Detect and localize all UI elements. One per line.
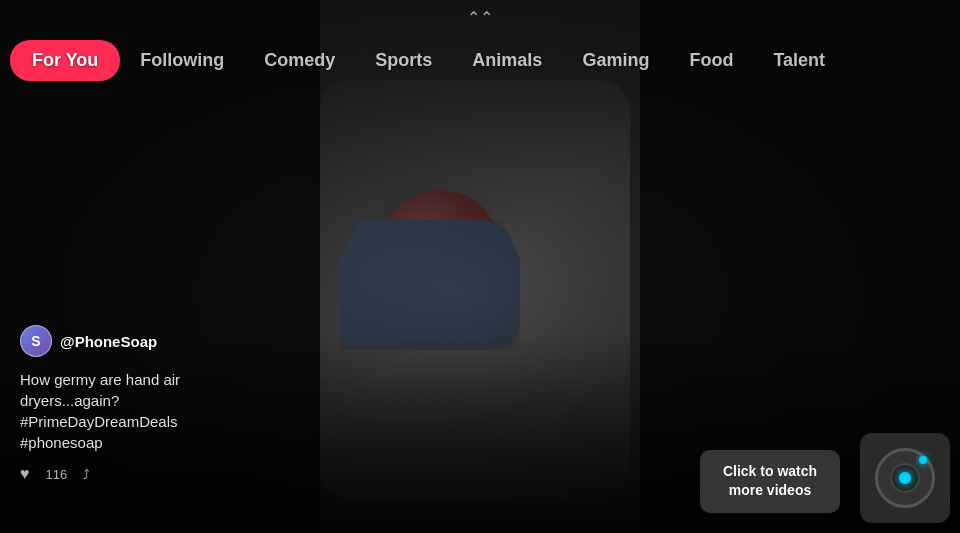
heart-icon: ♥ [20, 465, 30, 483]
nav-item-following[interactable]: Following [120, 40, 244, 81]
nav-item-for-you[interactable]: For You [10, 40, 120, 81]
user-info-section: S @PhoneSoap How germy are hand air drye… [20, 325, 260, 483]
nav-item-comedy[interactable]: Comedy [244, 40, 355, 81]
video-description: How germy are hand air dryers...again?#P… [20, 369, 260, 453]
watch-more-box[interactable]: Click to watch more videos [700, 450, 840, 513]
camera-outer-ring [875, 448, 935, 508]
camera-lens-dot [899, 472, 911, 484]
camera-led-indicator [919, 456, 927, 464]
action-row: ♥ 116 ⤴ [20, 465, 260, 483]
nav-item-talent[interactable]: Talent [753, 40, 845, 81]
camera-inner-ring [890, 463, 920, 493]
collapse-icon[interactable]: ⌃⌃ [467, 8, 493, 27]
nav-item-food[interactable]: Food [669, 40, 753, 81]
nav-item-gaming[interactable]: Gaming [562, 40, 669, 81]
user-handle[interactable]: @PhoneSoap [60, 333, 157, 350]
navigation-bar: ⌃⌃ For You Following Comedy Sports Anima… [0, 0, 960, 100]
likes-count[interactable]: 116 [46, 467, 68, 482]
nav-items-container: For You Following Comedy Sports Animals … [10, 40, 950, 81]
user-handle-row: S @PhoneSoap [20, 325, 260, 357]
watch-more-text: Click to watch more videos [723, 463, 817, 499]
share-icon[interactable]: ⤴ [83, 467, 90, 482]
avatar[interactable]: S [20, 325, 52, 357]
nav-item-animals[interactable]: Animals [452, 40, 562, 81]
nav-item-sports[interactable]: Sports [355, 40, 452, 81]
camera-widget[interactable] [860, 433, 950, 523]
